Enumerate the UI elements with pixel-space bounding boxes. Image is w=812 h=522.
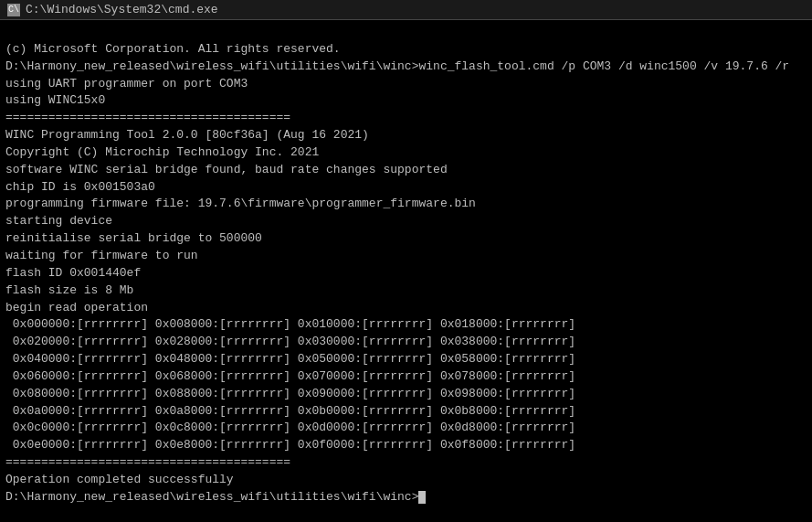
terminal-line: 0x060000:[rrrrrrrr] 0x068000:[rrrrrrrr] … <box>5 368 807 386</box>
terminal-line: 0x0c0000:[rrrrrrrr] 0x0c8000:[rrrrrrrr] … <box>5 420 807 437</box>
terminal-line: waiting for firmware to run <box>5 248 807 265</box>
terminal-output: (c) Microsoft Corporation. All rights re… <box>0 20 812 522</box>
terminal-line: software WINC serial bridge found, baud … <box>5 162 807 179</box>
title-bar: C\ C:\Windows\System32\cmd.exe <box>0 0 812 20</box>
terminal-line: 0x020000:[rrrrrrrr] 0x028000:[rrrrrrrr] … <box>5 334 807 351</box>
terminal-line: D:\Harmony_new_released\wireless_wifi\ut… <box>5 489 807 506</box>
terminal-line: D:\Harmony_new_released\wireless_wifi\ut… <box>5 59 807 76</box>
terminal-line: WINC Programming Tool 2.0.0 [80cf36a] (A… <box>5 127 807 144</box>
terminal-line: ======================================== <box>5 110 807 127</box>
terminal-line: flash size is 8 Mb <box>5 282 807 300</box>
terminal-line: Copyright (C) Microchip Technology Inc. … <box>5 144 807 162</box>
terminal-line: programming firmware file: 19.7.6\firmwa… <box>5 196 807 213</box>
terminal-line: 0x080000:[rrrrrrrr] 0x088000:[rrrrrrrr] … <box>5 386 807 403</box>
terminal-line: 0x040000:[rrrrrrrr] 0x048000:[rrrrrrrr] … <box>5 351 807 368</box>
terminal-line: begin read operation <box>5 300 807 317</box>
terminal-line: 0x0e0000:[rrrrrrrr] 0x0e8000:[rrrrrrrr] … <box>5 437 807 454</box>
terminal-line: using UART programmer on port COM3 <box>5 76 807 93</box>
terminal-line: ======================================== <box>5 454 807 472</box>
terminal-line: starting device <box>5 213 807 230</box>
window-title: C:\Windows\System32\cmd.exe <box>26 3 218 16</box>
terminal-line: flash ID 0x001440ef <box>5 265 807 282</box>
terminal-line: 0x0a0000:[rrrrrrrr] 0x0a8000:[rrrrrrrr] … <box>5 403 807 421</box>
terminal-line: reinitialise serial bridge to 500000 <box>5 230 807 248</box>
terminal-line: (c) Microsoft Corporation. All rights re… <box>5 41 807 59</box>
cursor <box>418 491 426 504</box>
terminal-line: chip ID is 0x001503a0 <box>5 179 807 197</box>
terminal-line: using WINC15x0 <box>5 92 807 110</box>
cmd-icon: C\ <box>7 4 20 16</box>
terminal-line: Operation completed successfully <box>5 472 807 489</box>
terminal-line: 0x000000:[rrrrrrrr] 0x008000:[rrrrrrrr] … <box>5 316 807 334</box>
